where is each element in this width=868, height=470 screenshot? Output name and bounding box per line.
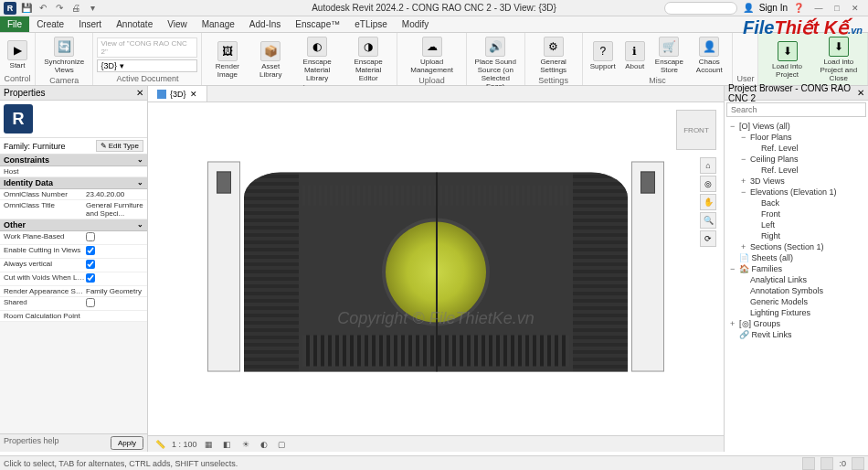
menu-tab-insert[interactable]: Insert xyxy=(71,16,109,32)
ribbon-btn-place-sound-source-on-selected-face-[interactable]: 🔊Place Sound Source (on Selected Face) xyxy=(471,35,520,92)
prop-checkbox[interactable] xyxy=(86,298,95,307)
tree-toggle-icon[interactable]: + xyxy=(741,176,750,186)
viewcube[interactable]: FRONT xyxy=(676,110,716,150)
title-search-input[interactable] xyxy=(664,2,737,15)
menu-tab-manage[interactable]: Manage xyxy=(195,16,242,32)
nav-home-icon[interactable]: ⌂ xyxy=(700,157,716,174)
ribbon-btn-enscape-material-editor[interactable]: ◑Enscape Material Editor xyxy=(344,35,393,84)
tree-item[interactable]: Annotation Symbols xyxy=(726,285,866,296)
user-icon[interactable]: 👤 xyxy=(743,3,754,13)
sb-filter-icon[interactable] xyxy=(852,457,864,470)
view-tab-close-icon[interactable]: ✕ xyxy=(190,90,197,99)
minimize-button[interactable]: — xyxy=(810,1,828,16)
ribbon-btn-enscape-store[interactable]: 🛒Enscape Store xyxy=(651,35,688,76)
tree-item[interactable]: Analytical Links xyxy=(726,274,866,285)
ribbon-btn-start[interactable]: ▶Start xyxy=(4,38,31,71)
tree-item[interactable]: −[O] Views (all) xyxy=(726,121,866,132)
prop-section-constraints[interactable]: Constraints⌄ xyxy=(0,155,147,166)
ribbon-btn-enscape-material-library[interactable]: ◐Enscape Material Library xyxy=(292,35,342,84)
browser-close-icon[interactable]: ✕ xyxy=(857,88,864,98)
ribbon-btn-about[interactable]: ℹAbout xyxy=(621,39,649,72)
qa-dropdown-icon[interactable]: ▾ xyxy=(86,2,99,15)
prop-section-other[interactable]: Other⌄ xyxy=(0,219,147,231)
canvas-3d-view[interactable]: FRONT ⌂ ◎ ✋ 🔍 ⟳ xyxy=(148,102,724,435)
tree-item[interactable]: Ref. Level xyxy=(726,143,866,154)
prop-checkbox[interactable] xyxy=(86,260,95,269)
vcb-crop-icon[interactable]: ▢ xyxy=(276,438,289,451)
help-icon[interactable]: ❓ xyxy=(793,3,804,13)
browser-search-input[interactable] xyxy=(726,102,866,117)
menu-file[interactable]: File xyxy=(0,16,29,32)
tree-item[interactable]: 📄 Sheets (all) xyxy=(726,252,866,263)
menu-tab-annotate[interactable]: Annotate xyxy=(109,16,160,32)
vcb-shadow-icon[interactable]: ◐ xyxy=(258,438,270,451)
nav-orbit-icon[interactable]: ⟳ xyxy=(700,230,716,247)
tree-item[interactable]: Lighting Fixtures xyxy=(726,307,866,318)
menu-tab-create[interactable]: Create xyxy=(29,16,71,32)
nav-pan-icon[interactable]: ✋ xyxy=(700,194,716,210)
vcb-sun-icon[interactable]: ☀ xyxy=(239,438,252,451)
vcb-scale-icon[interactable]: 📏 xyxy=(153,438,166,451)
tree-item[interactable]: +[◎] Groups xyxy=(726,318,866,329)
ribbon-btn-asset-library[interactable]: 📦Asset Library xyxy=(250,39,291,80)
sb-icon-1[interactable] xyxy=(802,457,815,470)
tree-item[interactable]: −Elevations (Elevation 1) xyxy=(726,187,866,198)
close-button[interactable]: ✕ xyxy=(846,1,864,16)
tree-item[interactable]: 🔗 Revit Links xyxy=(726,329,866,340)
tree-item[interactable]: −🏠 Families xyxy=(726,263,866,274)
tree-toggle-icon[interactable]: − xyxy=(730,264,739,273)
ribbon-btn-chaos-account[interactable]: 👤Chaos Account xyxy=(690,35,728,76)
prop-section-identity-data[interactable]: Identity Data⌄ xyxy=(0,177,147,189)
menu-tab-etlipse[interactable]: eTLipse xyxy=(347,16,395,32)
edit-type-button[interactable]: ✎ Edit Type xyxy=(96,140,143,152)
ribbon-btn-render-image[interactable]: 🖼Render Image xyxy=(206,39,249,80)
tree-item[interactable]: Right xyxy=(726,230,866,241)
prop-checkbox[interactable] xyxy=(86,232,95,241)
vcb-detail-icon[interactable]: ▦ xyxy=(203,438,216,451)
ribbon-btn-general-settings[interactable]: ⚙General Settings xyxy=(529,35,578,76)
prop-checkbox[interactable] xyxy=(86,273,95,283)
properties-help-link[interactable]: Properties help xyxy=(4,436,59,450)
ribbon-btn-synchronize-views[interactable]: 🔄Synchronize Views xyxy=(39,35,89,76)
nav-zoom-icon[interactable]: 🔍 xyxy=(700,212,716,229)
tree-item[interactable]: +3D Views xyxy=(726,176,866,187)
tree-item[interactable]: Back xyxy=(726,198,866,208)
ribbon-btn-upload-management[interactable]: ☁Upload Management xyxy=(401,35,462,76)
prop-value[interactable]: 23.40.20.00 xyxy=(86,190,143,198)
prop-value[interactable] xyxy=(86,312,143,320)
properties-close-icon[interactable]: ✕ xyxy=(136,88,143,98)
tree-toggle-icon[interactable]: − xyxy=(741,133,750,142)
qa-redo-icon[interactable]: ↷ xyxy=(53,2,66,15)
prop-checkbox[interactable] xyxy=(86,246,95,255)
signin-link[interactable]: Sign In xyxy=(759,3,788,13)
prop-value[interactable]: General Furniture and Speci... xyxy=(86,201,143,218)
tree-item[interactable]: −Floor Plans xyxy=(726,132,866,143)
prop-value[interactable] xyxy=(86,167,143,176)
vcb-visual-icon[interactable]: ◧ xyxy=(221,438,234,451)
tree-toggle-icon[interactable]: + xyxy=(741,242,750,251)
tree-toggle-icon[interactable]: − xyxy=(741,187,750,197)
apply-button[interactable]: Apply xyxy=(111,436,143,450)
tree-item[interactable]: +Sections (Section 1) xyxy=(726,241,866,252)
menu-tab-modify[interactable]: Modify xyxy=(395,16,436,32)
tree-item[interactable]: Generic Models xyxy=(726,296,866,307)
tree-item[interactable]: Front xyxy=(726,208,866,219)
qa-print-icon[interactable]: 🖨 xyxy=(69,2,82,15)
vcb-scale[interactable]: 1 : 100 xyxy=(172,440,197,449)
ribbon-btn-support[interactable]: ?Support xyxy=(587,39,619,72)
sb-icon-2[interactable] xyxy=(820,457,833,470)
nav-wheel-icon[interactable]: ◎ xyxy=(700,176,716,192)
tree-item[interactable]: Ref. Level xyxy=(726,165,866,176)
tree-item[interactable]: Left xyxy=(726,219,866,230)
prop-value[interactable]: Family Geometry xyxy=(86,287,143,295)
ribbon-btn-load-into-project-and-close[interactable]: ⬇Load into Project and Close xyxy=(814,35,863,84)
tree-toggle-icon[interactable]: − xyxy=(741,155,750,164)
maximize-button[interactable]: □ xyxy=(828,1,846,16)
active-view-dropdown[interactable]: {3D} ▾ xyxy=(97,59,197,72)
tree-toggle-icon[interactable]: − xyxy=(730,122,739,131)
tree-toggle-icon[interactable]: + xyxy=(730,319,739,328)
qa-save-icon[interactable]: 💾 xyxy=(20,2,33,15)
qa-undo-icon[interactable]: ↶ xyxy=(37,2,49,15)
tree-item[interactable]: −Ceiling Plans xyxy=(726,154,866,165)
menu-tab-addins[interactable]: Add-Ins xyxy=(242,16,288,32)
